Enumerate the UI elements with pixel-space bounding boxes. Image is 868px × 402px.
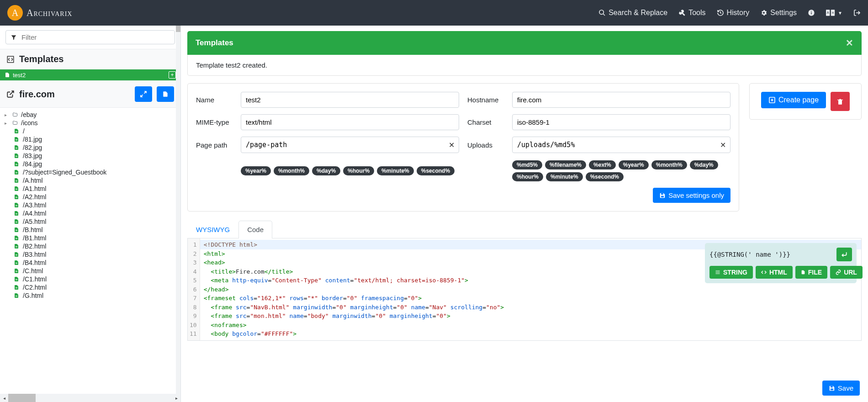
tree-file[interactable]: /B1.html [0,234,180,242]
tree-file[interactable]: /C.html [0,267,180,275]
templates-heading[interactable]: Templates [0,49,180,69]
tree-file[interactable]: /A2.html [0,193,180,201]
token-badge[interactable]: %second% [586,172,624,181]
svg-rect-21 [16,164,17,164]
scroll-thumb[interactable] [8,394,36,402]
token-badge[interactable]: %ext% [589,160,616,169]
hostname-input[interactable] [512,92,730,108]
delete-button[interactable] [831,92,850,111]
plus-icon[interactable]: + [169,71,176,79]
token-badge[interactable]: %day% [690,160,718,169]
tree-file[interactable]: /A5.html [0,217,180,226]
tree-label: /A3.html [23,201,46,209]
token-badge[interactable]: %month% [274,166,309,175]
external-link-icon[interactable] [6,90,15,98]
filter-input-wrap[interactable] [5,30,175,44]
svg-rect-37 [16,230,17,230]
sidebar-vscroll[interactable] [176,26,180,394]
tree-file[interactable]: /83.jpg [0,152,180,160]
nav-settings[interactable]: Settings [760,9,797,17]
scroll-right-icon[interactable]: ▸ [172,394,180,402]
save-button[interactable]: Save [822,381,860,396]
tree-folder[interactable]: ▸ /icons [0,119,180,127]
tree-file[interactable]: /C2.html [0,283,180,291]
create-page-button[interactable]: Create page [761,92,826,108]
tree-file[interactable]: /B.html [0,226,180,234]
token-badge[interactable]: %md5% [512,160,542,169]
svg-rect-48 [16,272,17,272]
save-settings-button[interactable]: Save settings only [653,188,730,203]
uploads-input[interactable] [512,137,730,153]
snippet-string-button[interactable]: STRING [709,266,753,279]
tree-file[interactable]: /B4.html [0,259,180,267]
token-badge[interactable]: %year% [619,160,649,169]
tree-label: /B.html [23,226,43,233]
tree-file[interactable]: /A4.html [0,209,180,217]
nav-tools[interactable]: Tools [678,9,705,17]
sidebar-hscroll[interactable]: ◂ ▸ [0,394,180,402]
mime-input[interactable] [241,114,459,130]
token-badge[interactable]: %day% [312,166,340,175]
tree-file[interactable]: /B2.html [0,242,180,250]
tab-wysiwyg[interactable]: WYSIWYG [187,221,238,238]
tree-file[interactable]: /?subject=Signed_Guestbook [0,168,180,176]
token-badge[interactable]: %month% [651,160,687,169]
tab-code[interactable]: Code [238,221,272,238]
nav-logout[interactable] [853,9,861,16]
tree-file[interactable]: /A1.html [0,185,180,193]
token-badge[interactable]: %minute% [546,172,583,181]
svg-rect-64 [831,388,833,390]
svg-rect-50 [16,280,17,280]
token-badge[interactable]: %filename% [545,160,586,169]
token-badge[interactable]: %year% [241,166,271,175]
caret-right-icon: ▸ [5,112,9,117]
tree-file[interactable]: /82.jpg [0,143,180,152]
tree-label: /B4.html [23,259,46,266]
tree-file[interactable]: /C1.html [0,275,180,283]
nav-language[interactable]: Aя ▼ [826,10,842,16]
svg-rect-51 [16,287,17,288]
svg-rect-16 [16,140,17,141]
nav-search-replace[interactable]: Search & Replace [598,9,667,17]
scroll-left-icon[interactable]: ◂ [0,394,8,402]
sidebar-template-item[interactable]: test2 + [0,69,180,80]
expand-button[interactable] [135,86,152,102]
name-input[interactable] [241,92,459,108]
snippet-file-button[interactable]: FILE [795,266,827,279]
file-tree[interactable]: ▸ /ebay ▸ /icons //81.jpg/82.jpg/83.jpg/… [0,108,180,402]
domain-bar: fire.com [0,80,180,108]
code-editor[interactable]: 1234567891011 <!DOCTYPE html> <html> <he… [187,238,862,341]
domain-name[interactable]: fire.com [19,89,55,100]
tree-file[interactable]: / [0,127,180,135]
tree-folder[interactable]: ▸ /ebay [0,111,180,119]
close-icon[interactable]: ✕ [846,37,853,48]
charset-input[interactable] [512,114,730,130]
token-badge[interactable]: %hour% [512,172,543,181]
alert-title: Templates [196,38,233,48]
logo[interactable]: A Archivarix [7,5,72,21]
tree-file[interactable]: /G.html [0,291,180,300]
tree-file[interactable]: /81.jpg [0,135,180,143]
svg-rect-20 [16,157,17,157]
filter-input[interactable] [21,33,170,41]
tree-file[interactable]: /A3.html [0,201,180,209]
nav-info[interactable] [808,9,815,16]
tree-file[interactable]: /84.jpg [0,160,180,168]
token-badge[interactable]: %second% [417,166,455,175]
token-badge[interactable]: %hour% [343,166,374,175]
snippet-url-button[interactable]: URL [830,266,863,279]
logout-icon [853,9,861,16]
token-badge[interactable]: %minute% [377,166,414,175]
scroll-thumb[interactable] [176,26,180,32]
caret-down-icon: ▼ [838,11,842,16]
clear-icon[interactable]: ✕ [720,141,726,149]
new-file-button[interactable] [157,86,174,102]
nav-history[interactable]: History [717,9,750,17]
tree-file[interactable]: /A.html [0,176,180,185]
nav-label: Tools [688,9,705,17]
snippet-html-button[interactable]: HTML [756,266,793,279]
tree-file[interactable]: /B3.html [0,250,180,259]
clear-icon[interactable]: ✕ [449,141,455,149]
pagepath-input[interactable] [241,137,459,153]
snippet-submit-button[interactable] [836,248,852,261]
